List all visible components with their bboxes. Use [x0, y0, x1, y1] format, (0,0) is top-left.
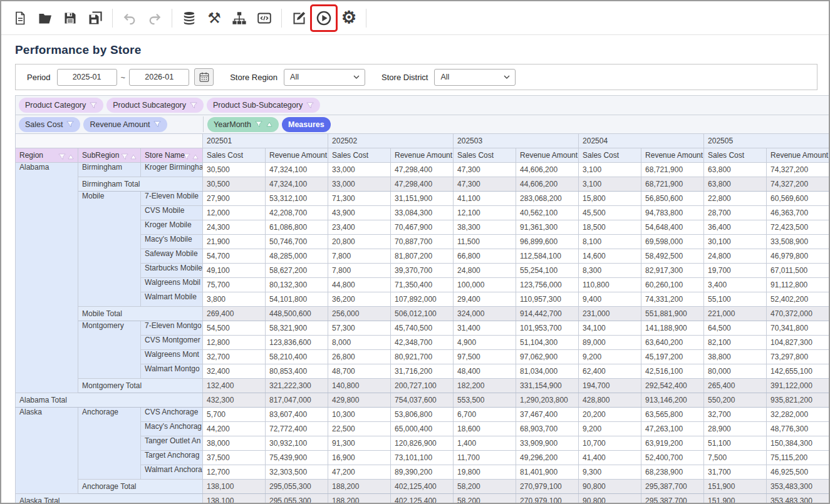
row-fields-zone: Sales Cost Revenue Amount [16, 117, 203, 132]
data-cell: 80,132,300 [266, 278, 328, 292]
hierarchy-icon [232, 11, 247, 26]
data-cell: 33,909,900 [516, 436, 579, 451]
total-cell: 47,324,100 [266, 177, 328, 192]
open-folder-button[interactable] [33, 6, 58, 31]
subregion-cell: Anchorage [78, 408, 141, 480]
data-cell: 45,197,200 [641, 350, 704, 364]
filter-icon[interactable] [121, 153, 128, 160]
measure-column-header[interactable]: Sales Cost [328, 148, 391, 163]
store-cell: Macy's Mobile [141, 235, 203, 249]
measure-column-header[interactable]: Revenue Amount [767, 148, 829, 163]
filter-icon[interactable] [255, 121, 262, 128]
period-to-input[interactable] [129, 69, 189, 86]
data-cell: 48,700 [328, 364, 391, 379]
data-cell: 40,562,100 [516, 206, 579, 220]
database-button[interactable] [177, 6, 202, 31]
sort-asc-icon[interactable] [192, 154, 199, 160]
data-cell: 47,200 [328, 465, 391, 480]
save-button[interactable] [58, 6, 83, 31]
filter-icon[interactable] [58, 153, 66, 160]
measure-column-header[interactable]: Revenue Amount [391, 148, 454, 163]
undo-button[interactable] [117, 6, 142, 31]
store-cell: 7-Eleven Montgo [141, 321, 203, 336]
data-cell: 123,756,000 [516, 278, 579, 292]
data-cell: 71,300 [328, 192, 391, 206]
field-chip-product-category[interactable]: Product Category [19, 98, 103, 113]
month-column-header[interactable]: 202503 [454, 134, 579, 148]
month-column-header[interactable]: 202502 [328, 134, 454, 148]
sort-asc-icon[interactable] [266, 121, 272, 127]
data-cell: 42,516,100 [641, 364, 704, 379]
data-cell: 72,772,400 [266, 422, 328, 436]
sort-asc-icon[interactable] [68, 154, 74, 160]
store-cell: Walmart Mobile [141, 292, 203, 307]
data-cell: 46,925,500 [767, 465, 829, 480]
field-chip-yearmonth[interactable]: YearMonth [207, 117, 279, 132]
filter-icon[interactable] [90, 102, 97, 109]
data-cell: 69,598,000 [641, 235, 704, 249]
filter-icon[interactable] [153, 121, 161, 128]
calendar-button[interactable] [194, 68, 214, 86]
data-cell: 70,341,800 [767, 321, 829, 336]
settings-button[interactable]: ⚙ [336, 6, 361, 31]
store-region-select[interactable]: All [284, 69, 365, 86]
store-cell: Walmart Anchora [141, 465, 203, 480]
measure-column-header[interactable]: Sales Cost [203, 148, 266, 163]
month-column-header[interactable]: 202501 [203, 134, 328, 148]
period-from-input[interactable] [57, 69, 117, 86]
measure-column-header[interactable]: Sales Cost [454, 148, 516, 163]
filter-icon[interactable] [306, 102, 314, 109]
data-cell: 34,100 [579, 321, 641, 336]
database-icon [182, 11, 197, 26]
field-chip-measures[interactable]: Measures [282, 117, 331, 132]
region-header[interactable]: Region [16, 148, 78, 163]
filter-icon[interactable] [190, 102, 197, 109]
total-cell: 913,146,200 [641, 393, 704, 408]
measure-column-header[interactable]: Revenue Amount [641, 148, 704, 163]
subregion-header[interactable]: SubRegion [78, 148, 141, 163]
measure-column-header[interactable]: Sales Cost [579, 148, 641, 163]
store-name-header[interactable]: Store Name [141, 148, 203, 163]
data-cell: 31,700 [704, 465, 767, 480]
code-view-button[interactable] [252, 6, 277, 31]
month-column-header[interactable]: 202505 [704, 134, 829, 148]
sort-asc-icon[interactable] [130, 154, 137, 160]
save-all-button[interactable] [83, 6, 108, 31]
tools-button[interactable]: ⚒ [202, 6, 227, 31]
data-cell: 30,100 [704, 235, 767, 249]
data-cell: 63,640,200 [641, 336, 704, 350]
data-cell: 68,238,900 [641, 465, 704, 480]
data-cell: 7,500 [704, 451, 767, 465]
data-cell: 53,312,100 [266, 192, 328, 206]
edit-button[interactable] [286, 6, 311, 31]
store-district-label: Store District [381, 73, 428, 82]
field-chip-revenue-amount[interactable]: Revenue Amount [83, 117, 167, 132]
measure-column-header[interactable]: Revenue Amount [516, 148, 579, 163]
hierarchy-button[interactable] [227, 6, 252, 31]
data-cell: 96,899,600 [516, 235, 579, 249]
data-cell: 49,296,200 [516, 451, 579, 465]
data-cell: 54,700 [203, 249, 266, 264]
data-cell: 19,700 [704, 264, 767, 278]
measure-column-header[interactable]: Sales Cost [704, 148, 767, 163]
store-district-select[interactable]: All [434, 69, 516, 86]
month-column-header[interactable]: 202504 [579, 134, 704, 148]
field-chip-product-subcategory[interactable]: Product Subcategory [106, 98, 204, 113]
data-cell: 80,000 [704, 364, 767, 379]
data-cell: 3,100 [579, 163, 641, 177]
data-cell: 29,400 [454, 292, 516, 307]
redo-button[interactable] [142, 6, 167, 31]
measure-column-header[interactable]: Revenue Amount [266, 148, 328, 163]
run-button[interactable] [311, 6, 336, 31]
filter-icon[interactable] [66, 121, 74, 128]
store-district-value: All [440, 73, 449, 81]
data-cell: 24,800 [454, 264, 516, 278]
data-cell: 22,500 [328, 422, 391, 436]
total-cell: 231,000 [579, 307, 641, 321]
field-chip-product-sub-subcategory[interactable]: Product Sub-Subcategory [207, 98, 320, 113]
field-chip-sales-cost[interactable]: Sales Cost [19, 117, 80, 132]
data-cell: 63,800 [704, 163, 767, 177]
new-document-button[interactable] [8, 6, 33, 31]
subtotal-label: Montgomery Total [78, 379, 203, 393]
data-cell: 142,655,100 [767, 364, 829, 379]
